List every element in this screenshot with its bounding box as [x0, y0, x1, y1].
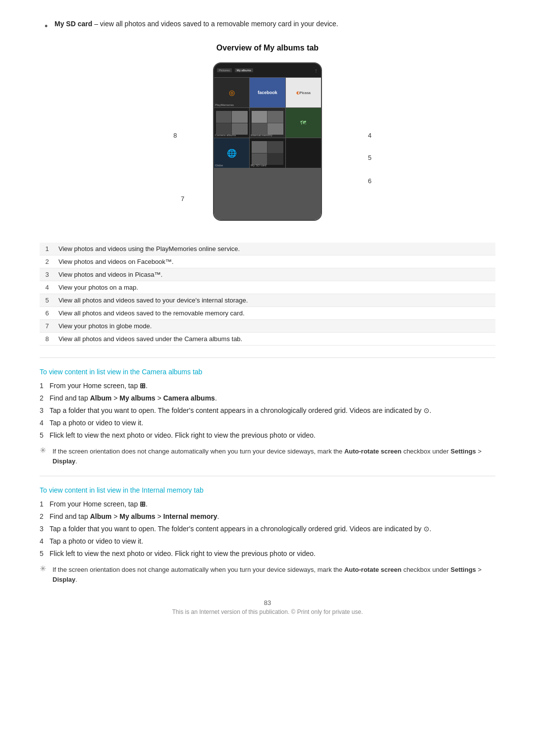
diag-label-8: 8 — [173, 132, 177, 139]
step-text: From your Home screen, tap ⊞. — [50, 381, 495, 391]
tip-icon-1: ✳ — [40, 446, 53, 455]
internal-steps: 1From your Home screen, tap ⊞.2Find and … — [40, 499, 495, 559]
globe-label: Globe — [215, 164, 223, 167]
map-icon: 🗺 — [300, 119, 306, 126]
step-text: Tap a photo or video to view it. — [50, 418, 495, 428]
phone-mockup: Pictures My albums ⋮ ◎ PlayMemories face… — [213, 62, 322, 221]
row-text: View your photos on a map. — [54, 281, 495, 294]
row-num: 6 — [40, 307, 54, 320]
step-number: 1 — [40, 499, 50, 509]
row-num: 7 — [40, 320, 54, 333]
facebook-label: facebook — [258, 90, 277, 95]
step-text: Find and tap Album > My albums > Camera … — [50, 393, 495, 403]
list-item: 4Tap a photo or video to view it. — [40, 418, 495, 428]
step-text: Flick left to view the next photo or vid… — [50, 549, 495, 559]
diag-label-4: 4 — [368, 132, 372, 139]
cell-map: 🗺 — [286, 108, 321, 138]
tab-myalbums: My albums — [235, 68, 253, 72]
table-row: 6View all photos and videos saved to the… — [40, 307, 495, 320]
table-row: 4View your photos on a map. — [40, 281, 495, 294]
internal-memory-label: Internal memory — [251, 134, 272, 137]
diagram-wrapper: 1 2 3 4 5 6 7 8 Pictures My albums ⋮ ◎ P… — [154, 62, 381, 231]
cell-camera-albums: Camera albums — [214, 108, 249, 138]
sd-card-text: My SD card – view all photos and videos … — [54, 20, 338, 28]
list-item: 1From your Home screen, tap ⊞. — [40, 499, 495, 509]
cell-facebook: facebook — [250, 78, 285, 107]
picasa-label: Picasa — [300, 91, 311, 95]
cell-globe: Globe 🌐 — [214, 138, 249, 168]
row-text: View photos and videos in Picasa™. — [54, 268, 495, 281]
table-row: 7View your photos in globe mode. — [40, 320, 495, 333]
camera-steps: 1From your Home screen, tap ⊞.2Find and … — [40, 381, 495, 441]
list-item: 2Find and tap Album > My albums > Camera… — [40, 393, 495, 403]
step-text: Find and tap Album > My albums > Interna… — [50, 511, 495, 522]
step-number: 2 — [40, 393, 50, 403]
table-row: 2View photos and videos on Facebook™. — [40, 255, 495, 268]
row-text: View all photos and videos saved to the … — [54, 307, 495, 320]
cell-internal-memory: Internal memory — [250, 108, 285, 138]
list-item: 5Flick left to view the next photo or vi… — [40, 549, 495, 559]
sd-card-desc: – view all photos and videos saved to a … — [94, 20, 338, 28]
phone-topbar: Pictures My albums ⋮ — [214, 63, 321, 77]
intro-section: • My SD card – view all photos and video… — [40, 20, 495, 32]
tab-pictures: Pictures — [217, 68, 232, 72]
page-footer: 83 This is an Internet version of this p… — [40, 599, 495, 615]
list-item: 4Tap a photo or video to view it. — [40, 536, 495, 547]
step-number: 4 — [40, 536, 50, 547]
page-number: 83 — [40, 599, 495, 606]
mysd-label: My SD card — [251, 164, 266, 167]
picasa-icon: ◐ — [296, 91, 300, 95]
tip-icon-2: ✳ — [40, 564, 53, 573]
internal-tip-text: If the screen orientation does not chang… — [53, 565, 495, 584]
bullet-dot: • — [45, 21, 50, 32]
step-number: 5 — [40, 549, 50, 559]
diag-label-6: 6 — [368, 177, 372, 185]
step-text: Flick left to view the next photo or vid… — [50, 430, 495, 441]
cell-picasa: ◐ Picasa — [286, 78, 321, 107]
row-text: View photos and videos on Facebook™. — [54, 255, 495, 268]
list-item: 1From your Home screen, tap ⊞. — [40, 381, 495, 391]
table-row: 3View photos and videos in Picasa™. — [40, 268, 495, 281]
step-number: 3 — [40, 524, 50, 534]
camera-tip-text: If the screen orientation does not chang… — [53, 447, 495, 466]
phone-menu-icon: ⋮ — [314, 68, 318, 73]
table-row: 8View all photos and videos saved under … — [40, 333, 495, 346]
row-text: View all photos and videos saved under t… — [54, 333, 495, 346]
settings-bold-2: Settings — [451, 566, 476, 573]
number-table: 1View photos and videos using the PlayMe… — [40, 243, 495, 346]
globe-icon: 🌐 — [227, 149, 237, 158]
auto-rotate-bold-2: Auto-rotate screen — [344, 566, 402, 573]
settings-bold-1: Settings — [451, 448, 476, 455]
step-text: Tap a folder that you want to open. The … — [50, 524, 495, 534]
row-num: 4 — [40, 281, 54, 294]
sd-card-bold: My SD card — [54, 20, 92, 28]
diag-label-5: 5 — [368, 154, 372, 161]
divider-2 — [40, 476, 495, 476]
list-item: 5Flick left to view the next photo or vi… — [40, 430, 495, 441]
phone-screen: Pictures My albums ⋮ ◎ PlayMemories face… — [214, 63, 321, 220]
camera-tip: ✳ If the screen orientation does not cha… — [40, 447, 495, 466]
list-item: 3Tap a folder that you want to open. The… — [40, 405, 495, 416]
table-row: 5View all photos and videos saved to you… — [40, 294, 495, 307]
bullet-sd-card: • My SD card – view all photos and video… — [40, 20, 495, 32]
display-bold-2: Display — [53, 576, 75, 583]
step-text: From your Home screen, tap ⊞. — [50, 499, 495, 509]
diagram-container: 1 2 3 4 5 6 7 8 Pictures My albums ⋮ ◎ P… — [40, 62, 495, 231]
playmemories-icon: ◎ — [229, 89, 235, 97]
camera-albums-label: Camera albums — [215, 134, 236, 137]
cell-playmemories: ◎ PlayMemories — [214, 78, 249, 107]
list-item: 2Find and tap Album > My albums > Intern… — [40, 511, 495, 522]
overview-heading: Overview of My albums tab — [40, 44, 495, 52]
table-row: 1View photos and videos using the PlayMe… — [40, 243, 495, 255]
step-text: Tap a photo or video to view it. — [50, 536, 495, 547]
cell-empty — [286, 138, 321, 168]
diag-label-7: 7 — [181, 195, 184, 202]
row-text: View all photos and videos saved to your… — [54, 294, 495, 307]
copyright-text: This is an Internet version of this publ… — [40, 608, 495, 615]
step-number: 5 — [40, 430, 50, 441]
row-num: 1 — [40, 243, 54, 255]
row-num: 3 — [40, 268, 54, 281]
list-item: 3Tap a folder that you want to open. The… — [40, 524, 495, 534]
camera-section-title: To view content in list view in the Came… — [40, 368, 495, 376]
row-num: 5 — [40, 294, 54, 307]
